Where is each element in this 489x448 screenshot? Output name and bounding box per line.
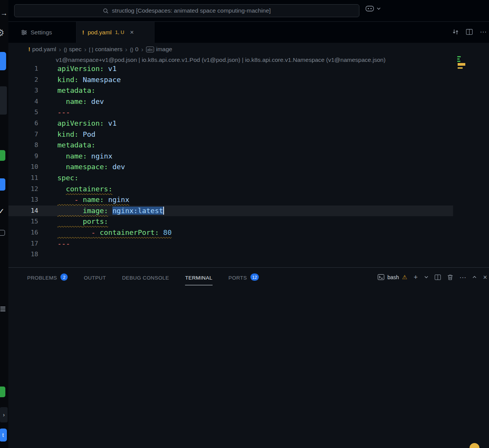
code-text: metadata:	[57, 85, 96, 96]
code-text: name: nginx	[57, 151, 112, 162]
code-line-7[interactable]: 7kind: Pod	[8, 129, 453, 140]
code-line-18[interactable]: 18	[8, 249, 453, 260]
panel-tab-ports[interactable]: PORTS12	[229, 268, 259, 286]
breadcrumb-item-spec[interactable]: {}spec	[64, 46, 81, 53]
minimap-mark	[458, 67, 463, 69]
compare-changes-icon[interactable]	[452, 29, 459, 35]
split-editor-icon[interactable]	[466, 29, 473, 35]
code-token: -	[74, 196, 83, 204]
breadcrumb-separator: ›	[84, 46, 86, 53]
code-token: containerPort:	[100, 228, 159, 236]
code-line-17[interactable]: 17---	[8, 238, 453, 249]
line-number: 7	[8, 129, 38, 140]
close-icon[interactable]: ×	[130, 29, 134, 36]
line-number: 13	[8, 194, 38, 205]
panel-tab-label: OUTPUT	[84, 269, 106, 285]
code-text: apiVersion: v1	[57, 118, 117, 129]
line-number: 2	[8, 74, 38, 86]
terminal-session[interactable]: bash ⚠	[378, 274, 407, 281]
code-line-2[interactable]: 2kind: Namespace	[8, 74, 453, 86]
terminal-title: bash	[387, 274, 399, 280]
vscode-window: →⚙✓›t structlog [Codespaces: animated sp…	[0, 0, 489, 448]
code-token: spec:	[57, 174, 78, 182]
new-terminal-icon[interactable]: +	[414, 274, 418, 281]
code-line-3[interactable]: 3metadata:	[8, 85, 453, 96]
line-number: 10	[8, 162, 38, 173]
code-line-5[interactable]: 5---	[8, 107, 453, 118]
command-center-search[interactable]: structlog [Codespaces: animated space co…	[14, 4, 359, 17]
code-token	[57, 163, 66, 171]
editor[interactable]: 1apiVersion: v12kind: Namespace3metadata…	[8, 63, 453, 260]
code-line-1[interactable]: 1apiVersion: v1	[8, 63, 453, 74]
blue-tile	[0, 178, 5, 191]
panel-tab-terminal[interactable]: TERMINAL	[185, 268, 212, 286]
panel-tab-label: TERMINAL	[185, 269, 212, 285]
warning-icon: !	[82, 29, 84, 36]
code-text: metadata:	[57, 140, 96, 151]
tab-label: Settings	[31, 29, 52, 36]
abc-icon: abc	[146, 47, 154, 52]
code-line-9[interactable]: 9 name: nginx	[8, 151, 453, 162]
breadcrumb-item-image[interactable]: abcimage	[146, 46, 172, 53]
code-token: namespace:	[66, 163, 108, 171]
code-text: containers:	[57, 184, 112, 195]
code-token: v1	[104, 65, 117, 73]
breadcrumb-label: pod.yaml	[32, 46, 56, 53]
code-line-15[interactable]: 15 ports:	[8, 216, 453, 227]
code-line-14[interactable]: 14 image: nginx:latest	[8, 205, 453, 217]
code-token: Namespace	[78, 76, 121, 84]
code-line-10[interactable]: 10 namespace: dev	[8, 162, 453, 173]
code-line-12[interactable]: 12 containers:	[8, 184, 453, 195]
breadcrumb-item-0[interactable]: {}0	[130, 46, 138, 53]
code-text: image: nginx:latest	[57, 205, 164, 217]
breadcrumb-label: image	[156, 46, 172, 53]
green-tile-2	[0, 387, 5, 397]
line-number: 8	[8, 140, 38, 151]
copilot-icon	[366, 6, 374, 11]
panel-tab-problems[interactable]: PROBLEMS2	[27, 268, 68, 286]
code-text: kind: Pod	[57, 129, 96, 140]
code-token: v1	[104, 119, 117, 127]
code-line-8[interactable]: 8metadata:	[8, 140, 453, 151]
more-actions-icon[interactable]: ···	[480, 28, 487, 35]
panel-tab-badge: 2	[60, 273, 68, 281]
close-panel-icon[interactable]: ×	[483, 274, 487, 281]
panel-more-icon[interactable]: ···	[460, 274, 466, 281]
code-token: kind:	[57, 130, 78, 138]
code-token: Pod	[78, 130, 95, 138]
line-number: 12	[8, 184, 38, 195]
line-number: 5	[8, 107, 38, 118]
code-text: kind: Namespace	[57, 74, 121, 86]
minimap-mark	[457, 58, 460, 60]
code-token: containers:	[66, 185, 112, 193]
breadcrumb-item-containers[interactable]: [ ]containers	[89, 46, 122, 53]
tab-settings[interactable]: Settings	[15, 22, 76, 43]
panel-tabs: PROBLEMS2OUTPUTDEBUG CONSOLETERMINALPORT…	[27, 268, 259, 286]
yaml-schema-line[interactable]: v1@namespace+v1@pod.json | io.k8s.api.co…	[56, 57, 385, 63]
tab-pod-yaml[interactable]: ! pod.yaml 1, U ×	[76, 22, 154, 43]
copilot-menu[interactable]	[366, 6, 381, 11]
code-token	[57, 228, 91, 236]
title-bar: structlog [Codespaces: animated space co…	[8, 0, 489, 22]
breadcrumb-label: containers	[95, 46, 123, 53]
maximize-panel-icon[interactable]	[473, 276, 476, 278]
minimap-mark	[457, 56, 461, 57]
code-token: nginx	[104, 196, 129, 204]
code-line-16[interactable]: 16 - containerPort: 80	[8, 227, 453, 238]
terminal-dropdown-icon[interactable]	[424, 276, 428, 278]
editor-actions: ···	[452, 28, 487, 35]
code-line-11[interactable]: 11spec:	[8, 173, 453, 184]
editor-cursor	[163, 207, 164, 215]
split-terminal-icon[interactable]	[435, 275, 441, 280]
code-line-4[interactable]: 4 name: dev	[8, 96, 453, 107]
green-tile	[0, 150, 5, 161]
panel-tab-debug-console[interactable]: DEBUG CONSOLE	[122, 268, 169, 286]
line-number: 3	[8, 85, 38, 96]
line-number: 18	[8, 249, 38, 260]
code-line-13[interactable]: 13 - name: nginx	[8, 194, 453, 205]
kill-terminal-icon[interactable]	[447, 274, 453, 280]
code-line-6[interactable]: 6apiVersion: v1	[8, 118, 453, 129]
breadcrumb-item-pod.yaml[interactable]: !pod.yaml	[28, 46, 56, 53]
code-token: metadata:	[57, 86, 96, 94]
panel-tab-output[interactable]: OUTPUT	[84, 268, 106, 286]
